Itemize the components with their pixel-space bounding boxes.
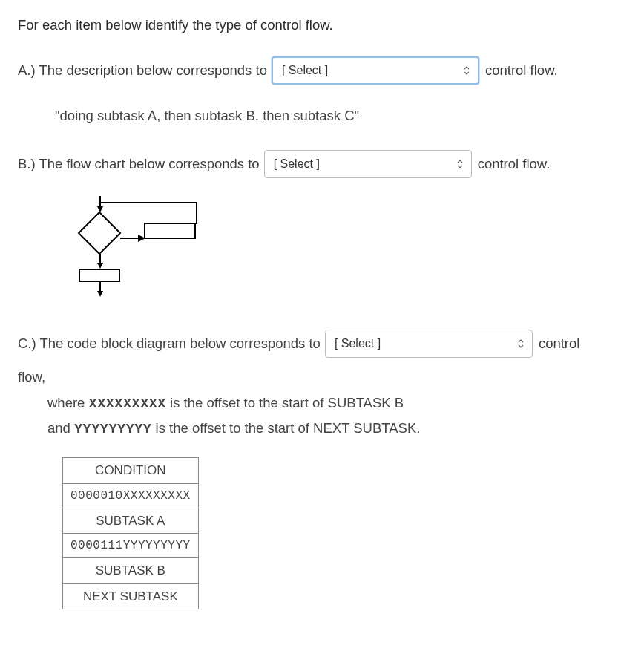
select-placeholder: [ Select ] (274, 155, 320, 173)
table-row: CONDITION (63, 458, 199, 484)
where-line-1: where XXXXXXXXX is the offset to the sta… (47, 391, 626, 416)
item-b-row: B.) The flow chart below corresponds to … (18, 150, 626, 178)
item-c-select[interactable]: [ Select ] (325, 330, 533, 358)
item-c-row: C.) The code block diagram below corresp… (18, 330, 626, 358)
code-block-table: CONDITION 0000010XXXXXXXXX SUBTASK A 000… (62, 457, 199, 609)
chevron-updown-icon (456, 159, 464, 169)
intro-text: For each item below identify the type of… (18, 15, 626, 36)
chevron-updown-icon (463, 65, 470, 76)
arrow-icon (120, 229, 145, 249)
item-b-prefix: B.) The flow chart below corresponds to (18, 154, 260, 174)
flowchart-diagram (62, 196, 211, 300)
where1-post: is the offset to the start of SUBTASK B (166, 395, 404, 410)
item-c-suffix: control (539, 333, 580, 354)
chevron-updown-icon (517, 338, 525, 349)
item-a-row: A.) The description below corresponds to… (18, 56, 626, 85)
table-row: 0000010XXXXXXXXX (63, 483, 199, 508)
table-row: 0000111YYYYYYYYY (63, 534, 199, 558)
table-row: NEXT SUBTASK (63, 583, 199, 609)
item-c-flow-word: flow, (18, 367, 626, 387)
item-b-select[interactable]: [ Select ] (264, 150, 472, 178)
item-c-prefix: C.) The code block diagram below corresp… (18, 333, 321, 354)
item-a-quote: "doing subtask A, then subtask B, then s… (55, 105, 626, 126)
where-line-2: and YYYYYYYYY is the offset to the start… (47, 416, 626, 441)
arrow-icon (97, 282, 103, 304)
table-row: SUBTASK B (63, 558, 199, 584)
select-placeholder: [ Select ] (282, 62, 328, 79)
item-a-prefix: A.) The description below corresponds to (18, 60, 267, 81)
where2-pre: and (47, 420, 74, 436)
where1-mono: XXXXXXXXX (89, 396, 166, 412)
flowchart-box (144, 223, 196, 239)
item-c-where-block: where XXXXXXXXX is the offset to the sta… (47, 391, 626, 441)
item-a-select[interactable]: [ Select ] (272, 56, 479, 85)
item-b-suffix: control flow. (478, 154, 551, 174)
flowchart-box (79, 269, 120, 282)
where1-pre: where (47, 395, 89, 410)
where2-mono: YYYYYYYYY (74, 422, 151, 437)
table-row: SUBTASK A (63, 508, 199, 534)
where2-post: is the offset to the start of NEXT SUBTA… (151, 420, 420, 436)
item-a-suffix: control flow. (485, 60, 558, 81)
svg-marker-1 (79, 212, 120, 254)
diamond-icon (77, 211, 122, 255)
select-placeholder: [ Select ] (335, 335, 381, 353)
